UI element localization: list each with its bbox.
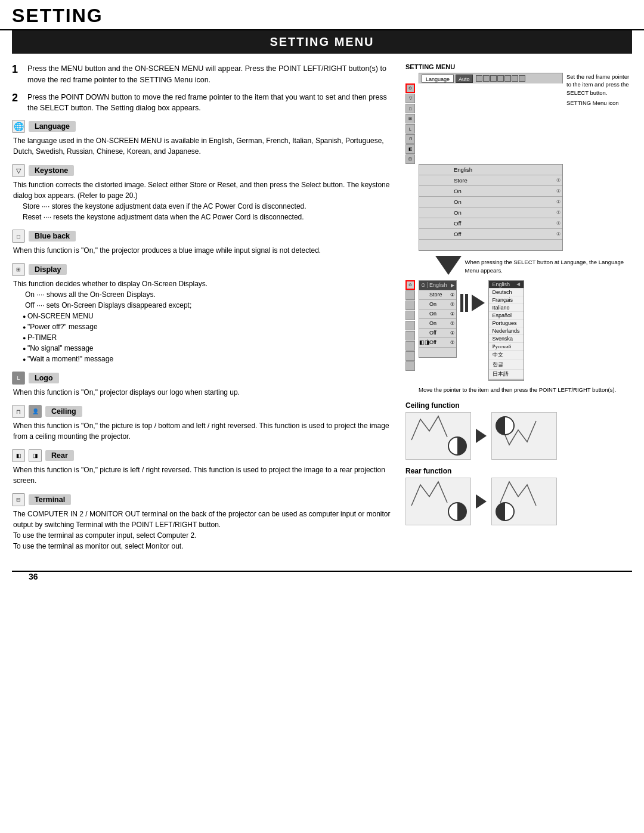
menu-row-arr-6: ① (556, 231, 561, 237)
menu-row-arr-3: ① (556, 199, 561, 205)
rear-arrow-right (476, 494, 487, 509)
feature-ceiling-label: Ceiling (45, 406, 82, 417)
menu-top-icon-3 (490, 75, 497, 82)
menu-row-val-1: Store ① (452, 177, 562, 184)
menu-row-label-5: Off (454, 220, 462, 227)
step-2-num: 2 (12, 92, 23, 114)
menu-top-bar: Language Auto (419, 73, 563, 83)
rear-diagram-before (405, 478, 471, 525)
menu-top-icon-4 (497, 75, 504, 82)
menu-top-icon-5 (504, 75, 511, 82)
side-icon-7: ⊟ (405, 154, 415, 164)
display-list-item-2: "Power off?" message (23, 321, 394, 332)
lang-opt-russian: Русский (489, 343, 524, 351)
annotation-setting-icon: SETTING Menu icon (566, 99, 632, 107)
lang-row-label-1: Store (428, 292, 448, 298)
bar-2 (465, 294, 468, 312)
lang-opt-korean: 한글 (489, 360, 524, 370)
menu-row-arr-4: ① (556, 210, 561, 215)
terminal-text2: To use the terminal as computer input, s… (13, 530, 394, 541)
side-icon-5: ⊓ (405, 134, 415, 144)
feature-blueback-title: □ Blue back (12, 230, 394, 243)
right-annotation-1: Set the red frame pointer to the item an… (566, 73, 632, 107)
double-bar-separator (460, 285, 468, 321)
menu-body-area: English Store ① On (405, 164, 632, 251)
rear-circle-after (496, 502, 515, 521)
lang-row-val-5: ① (448, 330, 456, 336)
step-1-num: 1 (12, 63, 23, 86)
menu-data-row-6: Off ① (419, 229, 562, 240)
lang-row-val-1: ① (448, 292, 456, 298)
side-icon-3: ⊞ (405, 114, 415, 123)
ceiling-icon2: 👤 (29, 405, 42, 418)
ceiling-mountain-svg-before (408, 413, 453, 446)
lang-row-label-6: Off (428, 339, 448, 345)
menu-row-arr-5: ① (556, 221, 561, 226)
lang-opt-chinese: 中文 (489, 351, 524, 360)
menu-row-label-4: On (454, 209, 462, 216)
menu-data-row-5: Off ① (419, 218, 562, 229)
lang-side-icon-8 (405, 351, 415, 361)
lang-row-val-6: ① (448, 340, 456, 345)
feature-terminal: ⊟ Terminal The COMPUTER IN 2 / MONITOR O… (12, 493, 394, 552)
feature-language-label: Language (29, 121, 76, 132)
lang-side-icon-active: ⊙ (405, 280, 415, 290)
lang-settings-panel: ⊙ English ▶ Store ① On ① On ① (419, 280, 457, 358)
feature-language-text: The language used in the ON-SCREEN MENU … (13, 135, 394, 157)
lang-settings-row-2: On ① (419, 300, 456, 309)
menu-top-icon-1 (476, 75, 482, 82)
rear-diagram-row (405, 478, 632, 525)
lang-settings-row-1: Store ① (419, 290, 456, 300)
feature-rear-title: ◧ ◨ Rear (12, 449, 394, 462)
feature-keystone-label: Keystone (29, 165, 74, 176)
down-arrow-container (417, 256, 462, 275)
lang-opt-francais: Français (489, 296, 524, 304)
side-icon-4: L (405, 124, 415, 134)
menu-data-row-3: On ① (419, 197, 562, 208)
feature-logo: L Logo When this function is "On," proje… (12, 371, 394, 398)
feature-rear: ◧ ◨ Rear When this function is "On," pic… (12, 449, 394, 486)
lang-row-label-5: Off (428, 330, 448, 336)
terminal-text1: The COMPUTER IN 2 / MONITOR OUT terminal… (13, 509, 394, 530)
rear-function-label: Rear function (405, 467, 632, 475)
lang-opt-english: English ◀ (489, 281, 524, 289)
feature-ceiling-title: ⊓ 👤 Ceiling (12, 405, 394, 418)
ceiling-function-label: Ceiling function (405, 401, 632, 410)
menu-top-icon-2 (483, 75, 490, 82)
menu-data-row-7 (419, 240, 562, 250)
lang-row-label-4: On (428, 320, 448, 326)
step-2-text: Press the POINT DOWN button to move the … (27, 92, 394, 114)
feature-keystone: ▽ Keystone This function corrects the di… (12, 164, 394, 222)
menu-row-label-1: Store (454, 177, 467, 184)
menu-screenshot-with-icons: ⊙ ▽ □ ⊞ L ⊓ ◧ ⊟ Language Auto (405, 73, 632, 164)
lang-side-icon-9 (405, 361, 415, 371)
rear-icon2: ◨ (29, 449, 42, 462)
feature-language: 🌐 Language The language used in the ON-S… (12, 120, 394, 157)
feature-terminal-text: The COMPUTER IN 2 / MONITOR OUT terminal… (13, 509, 394, 552)
logo-icon: L (12, 371, 25, 385)
menu-row-val-3: On ① (452, 199, 562, 205)
lang-opt-english-text: English (493, 281, 510, 287)
lang-settings-row-7 (419, 348, 456, 357)
display-icon: ⊞ (12, 263, 25, 276)
display-list-item-4: "No signal" message (23, 343, 394, 354)
feature-display-text: This function decides whether to display… (13, 278, 394, 364)
ceiling-icon: ⊓ (12, 405, 25, 418)
lang-opt-english-arrow: ◀ (516, 281, 520, 287)
display-off: Off ···· sets On-Screen Displays disappe… (25, 300, 394, 311)
display-list-item-1: ON-SCREEN MENU (23, 311, 394, 321)
lang-side-icon-5 (405, 321, 415, 330)
section-header: SETTING MENU (12, 30, 632, 54)
language-dropdown: English ◀ Deutsch Français Italiano Espa… (488, 280, 524, 381)
menu-data-row-1: Store ① (419, 175, 562, 186)
lang-side-icon-7 (405, 341, 415, 351)
lang-opt-deutsch: Deutsch (489, 289, 524, 296)
double-bar (460, 294, 468, 312)
menu-row-label-0: English (454, 166, 472, 173)
lang-row-label-0: English (428, 282, 449, 288)
side-icon-1: ▽ (405, 94, 415, 103)
feature-blueback-label: Blue back (29, 231, 76, 241)
lang-opt-japanese: 日本語 (489, 370, 524, 379)
rear-circle-before (448, 502, 467, 521)
right-column: SETTING MENU ⊙ ▽ □ ⊞ L ⊓ ◧ ⊟ (405, 63, 632, 559)
